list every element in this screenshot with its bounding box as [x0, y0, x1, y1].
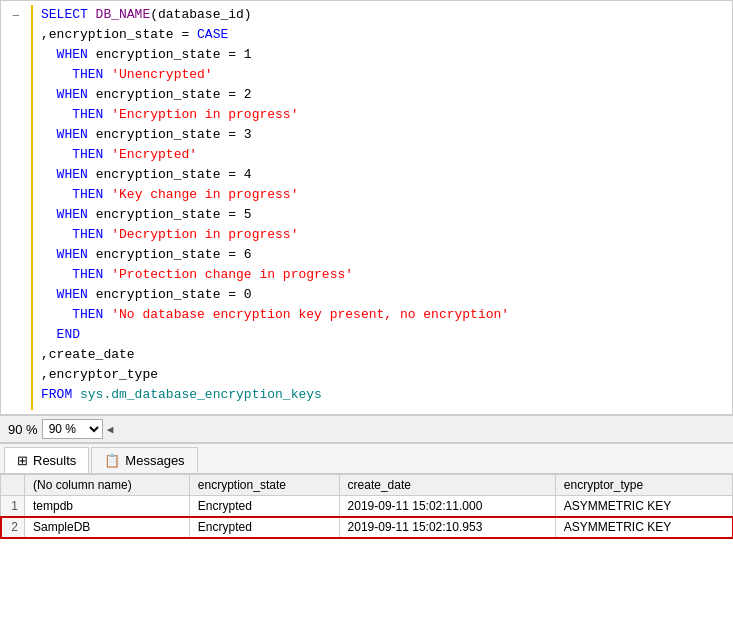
code-line-9: WHEN encryption_state = 4 — [41, 165, 724, 185]
cell-encryption-state: Encrypted — [189, 517, 339, 538]
code-area: − SELECT DB_NAME(database_id),encryption… — [1, 1, 732, 414]
sql-editor: − SELECT DB_NAME(database_id),encryption… — [0, 0, 733, 415]
code-line-14: THEN 'Protection change in progress' — [41, 265, 724, 285]
col-header-no-column-name: (No column name) — [25, 475, 190, 496]
gutter: − — [1, 5, 33, 410]
tab-results[interactable]: ⊞ Results — [4, 447, 89, 473]
code-line-6: THEN 'Encryption in progress' — [41, 105, 724, 125]
tab-messages-label: Messages — [125, 453, 184, 468]
tab-messages[interactable]: 📋 Messages — [91, 447, 197, 473]
code-line-10: THEN 'Key change in progress' — [41, 185, 724, 205]
messages-icon: 📋 — [104, 453, 120, 468]
code-line-12: THEN 'Decryption in progress' — [41, 225, 724, 245]
col-header-rownum — [1, 475, 25, 496]
cell-create-date: 2019-09-11 15:02:11.000 — [339, 496, 555, 517]
collapse-icon[interactable]: − — [12, 7, 20, 27]
code-line-7: WHEN encryption_state = 3 — [41, 125, 724, 145]
zoom-dropdown[interactable]: 90 % 100 % 75 % — [42, 419, 103, 439]
results-table-container: (No column name) encryption_state create… — [0, 474, 733, 628]
col-header-encryption-state: encryption_state — [189, 475, 339, 496]
code-line-16: THEN 'No database encryption key present… — [41, 305, 724, 325]
row-number-1: 1 — [1, 496, 25, 517]
code-line-18: ,create_date — [41, 345, 724, 365]
cell-no-column-name: tempdb — [25, 496, 190, 517]
code-line-20: FROM sys.dm_database_encryption_keys — [41, 385, 724, 405]
tab-results-label: Results — [33, 453, 76, 468]
table-row: 1tempdbEncrypted2019-09-11 15:02:11.000A… — [1, 496, 733, 517]
col-header-encryptor-type: encryptor_type — [555, 475, 732, 496]
results-grid-icon: ⊞ — [17, 453, 28, 468]
scroll-left-icon[interactable]: ◀ — [107, 423, 114, 436]
zoom-label: 90 % — [8, 422, 38, 437]
cell-encryptor-type: ASYMMETRIC KEY — [555, 517, 732, 538]
cell-no-column-name: SampleDB — [25, 517, 190, 538]
status-bar: 90 % 90 % 100 % 75 % ◀ — [0, 415, 733, 443]
code-line-3: WHEN encryption_state = 1 — [41, 45, 724, 65]
results-tabs: ⊞ Results 📋 Messages — [0, 444, 733, 474]
code-line-13: WHEN encryption_state = 6 — [41, 245, 724, 265]
code-lines[interactable]: SELECT DB_NAME(database_id),encryption_s… — [33, 5, 732, 410]
table-row: 2SampleDBEncrypted2019-09-11 15:02:10.95… — [1, 517, 733, 538]
code-line-4: THEN 'Unencrypted' — [41, 65, 724, 85]
code-line-11: WHEN encryption_state = 5 — [41, 205, 724, 225]
row-number-2: 2 — [1, 517, 25, 538]
results-table: (No column name) encryption_state create… — [0, 474, 733, 538]
code-line-19: ,encryptor_type — [41, 365, 724, 385]
cell-encryption-state: Encrypted — [189, 496, 339, 517]
cell-encryptor-type: ASYMMETRIC KEY — [555, 496, 732, 517]
code-line-8: THEN 'Encrypted' — [41, 145, 724, 165]
code-line-1: SELECT DB_NAME(database_id) — [41, 5, 724, 25]
code-line-5: WHEN encryption_state = 2 — [41, 85, 724, 105]
code-line-2: ,encryption_state = CASE — [41, 25, 724, 45]
col-header-create-date: create_date — [339, 475, 555, 496]
cell-create-date: 2019-09-11 15:02:10.953 — [339, 517, 555, 538]
code-line-17: END — [41, 325, 724, 345]
results-section: ⊞ Results 📋 Messages (No column name) en… — [0, 443, 733, 628]
code-line-15: WHEN encryption_state = 0 — [41, 285, 724, 305]
